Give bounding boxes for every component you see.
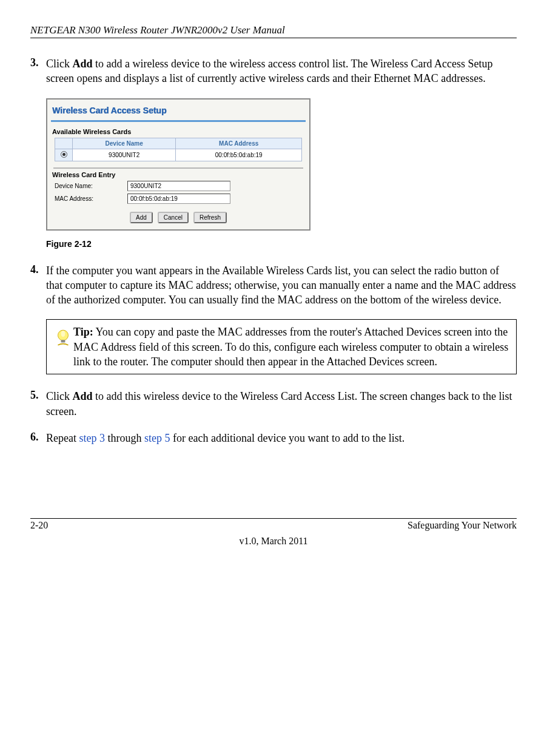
step-3-post: to add a wireless device to the wireless… bbox=[46, 58, 492, 84]
dialog-title: Wireless Card Access Setup bbox=[51, 104, 306, 120]
step-5-post: to add this wireless device to the Wirel… bbox=[46, 390, 512, 417]
tip-label: Tip: bbox=[73, 326, 93, 338]
available-cards-table-wrap: Device Name MAC Address 9300UNIT2 00:0f:… bbox=[55, 138, 302, 161]
svg-rect-2 bbox=[61, 340, 65, 343]
step-6: 6. Repeat step 3 through step 5 for each… bbox=[30, 431, 517, 445]
table-header-mac: MAC Address bbox=[176, 138, 302, 149]
link-step-5[interactable]: step 5 bbox=[144, 432, 170, 444]
mac-address-row: MAC Address: 00:0f:b5:0d:ab:19 bbox=[55, 194, 302, 204]
step-5: 5. Click Add to add this wireless device… bbox=[30, 389, 517, 419]
step-6-number: 6. bbox=[30, 431, 46, 445]
step-3-pre: Click bbox=[46, 58, 73, 70]
refresh-button[interactable]: Refresh bbox=[193, 212, 227, 223]
step-3: 3. Click Add to add a wireless device to… bbox=[30, 56, 517, 86]
step-6-text: Repeat step 3 through step 5 for each ad… bbox=[46, 431, 404, 445]
table-header-row: Device Name MAC Address bbox=[55, 138, 302, 149]
svg-point-1 bbox=[61, 331, 65, 337]
step-4-text: If the computer you want appears in the … bbox=[46, 263, 517, 308]
chapter-name: Safeguarding Your Network bbox=[408, 520, 517, 531]
wireless-card-setup-screenshot: Wireless Card Access Setup Available Wir… bbox=[46, 98, 310, 231]
mac-address-label: MAC Address: bbox=[55, 195, 127, 202]
tip-body: You can copy and paste the MAC addresses… bbox=[73, 326, 508, 368]
available-cards-table: Device Name MAC Address 9300UNIT2 00:0f:… bbox=[55, 138, 302, 161]
step-5-pre: Click bbox=[46, 390, 73, 402]
tip-icon-cell bbox=[53, 325, 73, 369]
step-4-number: 4. bbox=[30, 263, 46, 308]
table-header-device: Device Name bbox=[73, 138, 176, 149]
device-name-row: Device Name: 9300UNIT2 bbox=[55, 181, 302, 191]
step-3-text: Click Add to add a wireless device to th… bbox=[46, 56, 517, 86]
doc-version: v1.0, March 2011 bbox=[30, 536, 517, 547]
table-row[interactable]: 9300UNIT2 00:0f:b5:0d:ab:19 bbox=[55, 149, 302, 161]
radio-selected-icon[interactable] bbox=[61, 151, 67, 158]
step-5-number: 5. bbox=[30, 389, 46, 419]
tip-text: Tip: You can copy and paste the MAC addr… bbox=[73, 325, 510, 369]
step-6-mid: through bbox=[105, 432, 144, 444]
step-6-pre: Repeat bbox=[46, 432, 79, 444]
lightbulb-icon bbox=[53, 327, 73, 348]
step-5-bold: Add bbox=[73, 390, 93, 402]
manual-title: NETGEAR N300 Wireless Router JWNR2000v2 … bbox=[30, 24, 517, 36]
table-header-radio bbox=[55, 138, 73, 149]
step-6-post: for each additional device you want to a… bbox=[170, 432, 404, 444]
gray-separator bbox=[53, 167, 303, 169]
available-cards-label: Available Wireless Cards bbox=[52, 128, 306, 135]
row-radio-cell[interactable] bbox=[55, 149, 73, 161]
mac-address-field[interactable]: 00:0f:b5:0d:ab:19 bbox=[127, 194, 230, 204]
add-button[interactable]: Add bbox=[130, 212, 153, 223]
device-name-label: Device Name: bbox=[55, 183, 127, 189]
cancel-button[interactable]: Cancel bbox=[158, 212, 189, 223]
link-step-3[interactable]: step 3 bbox=[79, 432, 105, 444]
button-row: Add Cancel Refresh bbox=[51, 211, 306, 223]
tip-box: Tip: You can copy and paste the MAC addr… bbox=[46, 319, 517, 374]
page-number: 2-20 bbox=[30, 520, 48, 531]
page-footer: 2-20 Safeguarding Your Network bbox=[30, 518, 517, 531]
device-name-field[interactable]: 9300UNIT2 bbox=[127, 181, 230, 191]
blue-separator bbox=[51, 120, 306, 122]
step-3-number: 3. bbox=[30, 56, 46, 86]
wireless-card-entry-label: Wireless Card Entry bbox=[52, 171, 306, 178]
row-device: 9300UNIT2 bbox=[73, 149, 176, 161]
header-rule bbox=[30, 38, 517, 38]
row-mac: 00:0f:b5:0d:ab:19 bbox=[176, 149, 302, 161]
figure-caption: Figure 2-12 bbox=[46, 239, 517, 249]
step-5-text: Click Add to add this wireless device to… bbox=[46, 389, 517, 419]
step-3-bold: Add bbox=[73, 58, 93, 70]
step-4: 4. If the computer you want appears in t… bbox=[30, 263, 517, 308]
